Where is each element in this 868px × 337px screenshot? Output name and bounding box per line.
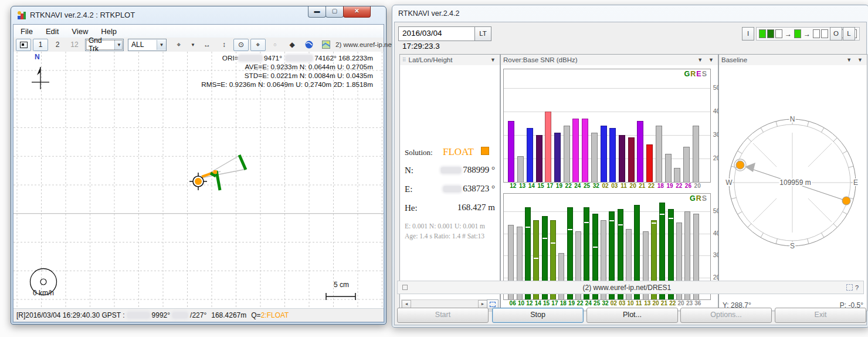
snr-bar-sat-20: [628, 137, 635, 182]
output-stream-button[interactable]: O: [830, 27, 842, 41]
compass-diagonal: [808, 143, 832, 167]
menu-item-edit[interactable]: Edit: [46, 27, 59, 36]
stream-square-off: [813, 29, 820, 38]
compass-tick: [776, 239, 777, 244]
speed-dial-label: 0 km/h: [24, 289, 63, 297]
grid-line: [504, 159, 710, 159]
legend-system-G: G: [690, 194, 696, 203]
fit-vertical-button[interactable]: ↕: [216, 39, 232, 51]
connect-toggle-button[interactable]: [16, 39, 31, 51]
north-arrow-head: [37, 67, 40, 75]
solution-panel-header[interactable]: ⠿ Lat/Lon/Height ▼: [400, 55, 500, 66]
maximize-button[interactable]: ▢: [326, 6, 344, 18]
track-statistics: ORI= 9471° 74162° 168.2233m AVE=E: 0.923…: [201, 54, 373, 89]
rover-snr-mark: [618, 224, 623, 225]
rover-snr-sat-labels: 1213141517192224253202031120212218192226…: [503, 183, 710, 191]
snr-bar-sat-20: [693, 126, 699, 182]
fit-horizontal-button[interactable]: ↔: [199, 39, 215, 51]
view-1-button[interactable]: 1: [33, 39, 48, 51]
rover-snr-mark: [660, 214, 664, 215]
ground-track-plot[interactable]: ORI= 9471° 74162° 168.2233m AVE=E: 0.923…: [13, 52, 384, 309]
chevron-down-icon[interactable]: ▼: [696, 57, 704, 63]
snr-bar-sat-11: [619, 135, 625, 182]
rtkplot-titlebar[interactable]: RTKNAVI ver.2.4.2 : RTKPLOT ▬ ▢ ✕: [11, 6, 386, 24]
close-button[interactable]: ✕: [343, 6, 371, 18]
status-time: [R]2016/03/04 16:29:40.30 GPST :: [16, 311, 125, 319]
options-button[interactable]: Options...: [680, 308, 772, 323]
main-button-row: StartStopPlot...Options...Exit: [397, 308, 864, 322]
status-q-value: 2:FLOAT: [261, 311, 289, 319]
legend-system-E: E: [696, 70, 701, 78]
stop-button[interactable]: Stop: [492, 308, 584, 323]
time-system-button[interactable]: LT: [474, 26, 491, 41]
legend-system-S: S: [702, 70, 707, 78]
baseline-panel-header[interactable]: Baseline ▼ ▼: [719, 55, 867, 66]
base-point: [842, 197, 850, 205]
snr-bar-sat-02: [601, 126, 607, 182]
compass-label-w: W: [725, 178, 733, 187]
log-stream-button[interactable]: L: [843, 27, 855, 41]
snr-bar-sat-14: [527, 128, 533, 182]
north-arrow-label: N: [35, 53, 40, 61]
view-2-button[interactable]: 2: [50, 39, 65, 51]
show-track-button[interactable]: ⊙: [233, 39, 249, 51]
menu-item-view[interactable]: View: [72, 27, 88, 36]
snr-bar-sat-24: [572, 119, 579, 182]
start-button[interactable]: Start: [397, 308, 489, 323]
exit-button[interactable]: Exit: [775, 308, 866, 323]
snr-bar-sat-17: [545, 112, 551, 182]
input-stream-button[interactable]: I: [742, 27, 754, 41]
compass-tick: [808, 122, 809, 127]
plot-type-select[interactable]: Gnd Trk▼: [85, 39, 124, 51]
compass-diagonal: [808, 198, 832, 222]
snr-panel-body: 20304050GRES 121314151719222425320203112…: [501, 65, 718, 311]
google-map-button[interactable]: [318, 39, 334, 51]
baseline-distance: 109959 m: [779, 178, 811, 187]
help-label[interactable]: ?: [855, 284, 859, 291]
center-position-button[interactable]: ⌖: [250, 39, 266, 51]
snr-panel: Rover:Base SNR (dBHz) ▼ ▼ 20304050GRES 1…: [500, 54, 718, 311]
chevron-down-icon[interactable]: ▼: [188, 39, 198, 51]
grid-line: [504, 211, 710, 212]
solution-filter-select[interactable]: ALL▼: [128, 39, 167, 51]
compass-label-e: E: [853, 178, 858, 187]
rover-snr-mark: [568, 229, 572, 230]
compass-tick: [761, 233, 764, 238]
legend: GRS: [690, 194, 707, 203]
status-lat: 9992°: [152, 311, 171, 319]
center-origin-button[interactable]: ⌖: [171, 39, 187, 51]
baseline-panel-title: Baseline: [721, 56, 747, 63]
track-segment-fixed: [239, 155, 246, 170]
snr-panel-title: Rover:Base SNR (dBHz): [503, 56, 578, 63]
arrow-right-icon: →: [785, 30, 792, 38]
coord-row-he: He: 168.427 m: [405, 203, 495, 213]
scale-bar-label: 5 cm: [327, 281, 356, 289]
compass-tick: [731, 198, 737, 199]
legend-system-G: G: [684, 70, 691, 78]
menu-item-file[interactable]: File: [21, 27, 33, 36]
snr-panel-header[interactable]: Rover:Base SNR (dBHz) ▼ ▼: [501, 55, 718, 66]
chevron-down-icon[interactable]: ▼: [489, 57, 497, 63]
minimize-button[interactable]: ▬: [308, 6, 326, 18]
rover-snr-mark: [593, 247, 598, 248]
google-earth-button[interactable]: [301, 39, 317, 51]
chevron-down-icon[interactable]: ▼: [856, 57, 864, 63]
solution-age-ratio: Age: 1.4 s Ratio: 1.4 # Sat:13: [405, 232, 495, 240]
solution-panel-body: Solution: FLOAT N: 788999 ° E: 638723 ° …: [400, 65, 500, 311]
desktop: RTKNAVI ver.2.4.2 : RTKPLOT ▬ ▢ ✕ FileEd…: [0, 0, 868, 337]
snr-bar-sat-21: [637, 121, 643, 182]
chevron-down-icon[interactable]: ▼: [845, 57, 853, 63]
view-12-button[interactable]: 12: [67, 39, 82, 51]
chevron-down-icon[interactable]: ▼: [707, 57, 716, 63]
mark-style-button[interactable]: ◆: [284, 39, 300, 51]
point-style-button[interactable]: ○: [267, 39, 283, 51]
rtkplot-toolbar: 1 2 12 Gnd Trk▼ ALL▼ ⌖ ▼ ↔ ↕ ⊙ ⌖ ○ ◆ 2) …: [13, 38, 384, 52]
snr-bar-sat-13: [517, 156, 524, 182]
plot-button[interactable]: Plot...: [586, 308, 678, 323]
status-q-label: Q=: [251, 311, 260, 319]
snr-bar-sat-22: [674, 168, 680, 182]
menu-item-help[interactable]: Help: [101, 27, 117, 36]
rover-snr-mark: [525, 227, 530, 228]
stat-std: STD=E: 0.0221m N: 0.0084m U: 0.0435m: [201, 72, 373, 80]
solution-status-row: Solution: FLOAT: [405, 146, 495, 158]
